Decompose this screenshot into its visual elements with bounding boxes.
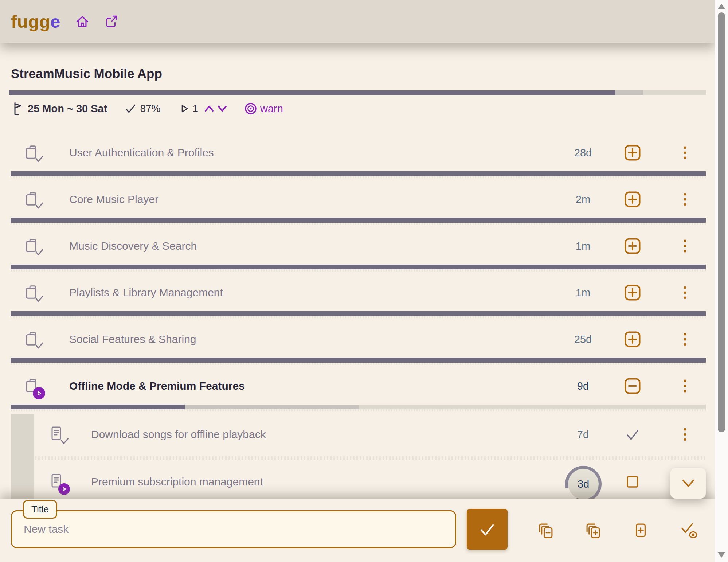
task-group-row[interactable]: User Authentication & Profiles 28d bbox=[0, 134, 715, 181]
row-fringe bbox=[11, 223, 706, 227]
checkbox-icon[interactable] bbox=[625, 475, 640, 489]
group-progress-bar bbox=[11, 171, 706, 176]
add-subtask-button[interactable] bbox=[623, 237, 642, 255]
kebab-menu-button[interactable] bbox=[679, 143, 691, 162]
running-count: 1 bbox=[192, 103, 198, 114]
app-header: fugge bbox=[0, 0, 715, 43]
progress-mid-segment bbox=[615, 90, 643, 95]
add-subtask-button[interactable] bbox=[623, 143, 642, 162]
kebab-menu-button[interactable] bbox=[679, 330, 691, 349]
check-overlay-icon bbox=[35, 342, 44, 349]
chevron-up-icon[interactable] bbox=[203, 104, 215, 114]
check-overlay-icon bbox=[35, 202, 44, 209]
subtask-title: Premium subscription management bbox=[91, 476, 263, 488]
new-task-input[interactable] bbox=[11, 510, 456, 548]
kebab-menu-button[interactable] bbox=[679, 190, 691, 209]
duration-label: 28d bbox=[561, 147, 605, 159]
duration-label: 2m bbox=[561, 194, 605, 206]
app-logo[interactable]: fugge bbox=[11, 11, 60, 32]
check-overlay-icon bbox=[35, 295, 44, 303]
task-group-list: User Authentication & Profiles 28d Core … bbox=[0, 134, 715, 502]
task-group-title: Playlists & Library Management bbox=[69, 286, 223, 299]
progress-done-segment bbox=[11, 171, 706, 176]
add-subtask-button[interactable] bbox=[623, 283, 642, 302]
copy-minus-icon[interactable] bbox=[536, 520, 556, 540]
progress-done-segment bbox=[11, 358, 706, 363]
progress-done-segment bbox=[9, 90, 615, 95]
task-group-row[interactable]: Social Features & Sharing 25d bbox=[0, 321, 715, 367]
dotted-separator bbox=[35, 456, 706, 460]
collapse-button[interactable] bbox=[623, 376, 642, 395]
task-group-row[interactable]: Music Discovery & Search 1m bbox=[0, 227, 715, 274]
project-status-row: 25 Mon ~ 30 Sat 87% 1 warn bbox=[11, 100, 283, 117]
subtask-row[interactable]: Download songs for offline playback 7d bbox=[0, 414, 715, 460]
row-fringe bbox=[11, 409, 706, 414]
logo-suffix: e bbox=[50, 12, 60, 31]
document-icon bbox=[47, 472, 65, 491]
document-icon bbox=[47, 425, 65, 444]
submit-task-button[interactable] bbox=[467, 509, 508, 550]
task-group-title: Core Music Player bbox=[69, 193, 158, 206]
folder-tab-icon bbox=[23, 237, 39, 255]
date-range: 25 Mon ~ 30 Sat bbox=[28, 103, 107, 115]
task-group-title: Music Discovery & Search bbox=[69, 240, 197, 252]
scrollbar bbox=[715, 0, 728, 562]
row-fringe bbox=[11, 176, 706, 181]
check-overlay-icon bbox=[35, 155, 44, 163]
group-progress-bar bbox=[11, 405, 706, 409]
subtask-list: Download songs for offline playback 7d P… bbox=[0, 414, 715, 502]
row-fringe bbox=[11, 316, 706, 321]
project-title: StreamMusic Mobile App bbox=[11, 66, 162, 81]
completion-percent: 87% bbox=[140, 103, 160, 114]
new-task-bar: Title bbox=[0, 499, 715, 562]
duration-label: 7d bbox=[561, 429, 605, 441]
duration-label: 9d bbox=[561, 380, 605, 392]
group-progress-bar bbox=[11, 358, 706, 363]
done-check-icon bbox=[624, 426, 641, 443]
chevron-down-icon[interactable] bbox=[216, 104, 228, 114]
card-plus-icon[interactable] bbox=[631, 520, 650, 540]
progress-done-segment bbox=[11, 265, 706, 269]
subtask-title: Download songs for offline playback bbox=[91, 428, 266, 441]
folder-tab-icon bbox=[23, 190, 39, 208]
add-subtask-button[interactable] bbox=[623, 190, 642, 209]
folder-tab-icon bbox=[23, 284, 39, 302]
progress-done-segment bbox=[11, 311, 706, 316]
project-progress-bar bbox=[9, 90, 706, 95]
task-group-title: Offline Mode & Premium Features bbox=[69, 380, 245, 392]
group-progress-bar bbox=[11, 311, 706, 316]
scroll-down-button[interactable] bbox=[670, 468, 706, 499]
home-icon[interactable] bbox=[74, 13, 90, 30]
copy-plus-icon[interactable] bbox=[583, 520, 603, 540]
row-fringe bbox=[11, 269, 706, 274]
kebab-menu-button[interactable] bbox=[679, 237, 691, 255]
group-progress-bar bbox=[11, 265, 706, 269]
progress-done-segment bbox=[11, 405, 185, 409]
row-fringe bbox=[11, 363, 706, 367]
task-group-row[interactable]: Offline Mode & Premium Features 9d bbox=[0, 367, 715, 414]
scrollbar-down-arrow[interactable] bbox=[718, 552, 725, 558]
task-group-row[interactable]: Core Music Player 2m bbox=[0, 181, 715, 227]
duration-label: 1m bbox=[561, 287, 605, 299]
flag-icon bbox=[11, 101, 26, 117]
title-field-label: Title bbox=[23, 500, 57, 519]
play-badge-icon bbox=[33, 387, 45, 399]
add-subtask-button[interactable] bbox=[623, 330, 642, 349]
duration-progress-ring: 3d bbox=[565, 466, 602, 502]
group-progress-bar bbox=[11, 218, 706, 223]
play-badge-icon bbox=[58, 483, 70, 495]
kebab-menu-button[interactable] bbox=[679, 376, 691, 395]
warn-label: warn bbox=[260, 103, 283, 115]
kebab-menu-button[interactable] bbox=[679, 283, 691, 302]
app-window: fugge StreamMusic Mobile App 25 Mon ~ 30… bbox=[0, 0, 715, 562]
external-link-icon[interactable] bbox=[104, 14, 119, 29]
kebab-menu-button[interactable] bbox=[679, 425, 691, 444]
task-group-row[interactable]: Playlists & Library Management 1m bbox=[0, 274, 715, 321]
progress-done-segment bbox=[11, 218, 706, 223]
check-eye-icon[interactable] bbox=[679, 520, 698, 540]
scrollbar-thumb[interactable] bbox=[718, 12, 725, 432]
scrollbar-up-arrow[interactable] bbox=[718, 4, 725, 9]
progress-mid-segment bbox=[185, 405, 359, 409]
check-icon bbox=[125, 104, 136, 114]
subtask-row[interactable]: Premium subscription management 3d bbox=[0, 461, 715, 502]
